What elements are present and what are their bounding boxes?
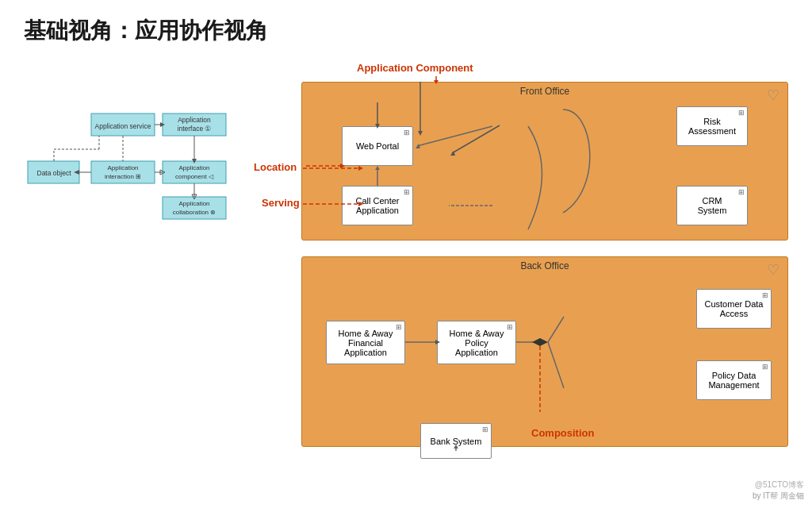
svg-text:collaboration ⊗: collaboration ⊗ bbox=[173, 209, 216, 216]
customer-data-component: Customer DataAccess bbox=[696, 289, 772, 329]
app-component-label: Application Component bbox=[357, 62, 473, 74]
svg-text:Application: Application bbox=[178, 200, 209, 207]
svg-line-43 bbox=[548, 317, 564, 342]
svg-text:Data object: Data object bbox=[37, 169, 72, 177]
risk-assessment-label: RiskAssessment bbox=[688, 117, 736, 136]
right-architecture-diagram: Application Component Location Serving F… bbox=[254, 62, 788, 483]
svg-text:interaction ⊞: interaction ⊞ bbox=[105, 173, 141, 180]
customer-data-label: Customer DataAccess bbox=[705, 299, 764, 318]
front-office-label: Front Office bbox=[302, 83, 787, 100]
composition-label: Composition bbox=[531, 427, 594, 439]
author-watermark: by IT帮 周金钿 bbox=[753, 491, 804, 502]
call-center-label: Call CenterApplication bbox=[355, 196, 399, 215]
left-legend-diagram: Application service Application interfac… bbox=[24, 110, 230, 491]
svg-line-44 bbox=[548, 342, 564, 388]
policy-data-component: Policy DataManagement bbox=[696, 360, 772, 400]
home-away-financial-component: Home & AwayFinancialApplication bbox=[326, 321, 405, 364]
front-office-box: Front Office ♡ Web Portal RiskAssessment… bbox=[301, 82, 788, 241]
svg-text:component ◁: component ◁ bbox=[175, 173, 214, 180]
back-office-box: Back Office ♡ Home & AwayFinancialApplic… bbox=[301, 256, 788, 447]
svg-text:Application: Application bbox=[178, 116, 211, 124]
content-area: Application service Application interfac… bbox=[24, 62, 788, 491]
back-office-label: Back Office bbox=[302, 257, 787, 275]
web-portal-component: Web Portal bbox=[342, 126, 413, 166]
svg-text:Application service: Application service bbox=[95, 122, 151, 130]
crm-system-label: CRMSystem bbox=[698, 196, 727, 215]
svg-marker-31 bbox=[416, 144, 420, 148]
location-pin-icon: ♡ bbox=[767, 87, 779, 104]
svg-text:interface ①: interface ① bbox=[178, 125, 212, 133]
serving-annotation: Serving bbox=[262, 197, 300, 209]
home-away-policy-component: Home & AwayPolicyApplication bbox=[437, 321, 516, 364]
call-center-component: Call CenterApplication bbox=[342, 186, 413, 225]
location-annotation: Location bbox=[254, 161, 297, 173]
policy-data-label: Policy DataManagement bbox=[708, 371, 759, 390]
home-away-financial-label: Home & AwayFinancialApplication bbox=[339, 329, 393, 357]
site-watermark: @51CTO博客 bbox=[755, 479, 804, 491]
page-title: 基础视角：应用协作视角 bbox=[24, 16, 788, 46]
svg-marker-37 bbox=[375, 166, 380, 170]
web-portal-label: Web Portal bbox=[356, 141, 399, 151]
risk-assessment-component: RiskAssessment bbox=[676, 106, 748, 146]
bank-system-component: Bank System bbox=[420, 423, 492, 459]
crm-system-component: CRMSystem bbox=[676, 186, 748, 225]
legend-svg: Application service Application interfac… bbox=[24, 110, 230, 284]
bank-system-label: Bank System bbox=[431, 437, 482, 446]
back-office-pin-icon: ♡ bbox=[767, 261, 779, 279]
svg-marker-42 bbox=[532, 338, 548, 346]
svg-text:Application: Application bbox=[178, 164, 209, 171]
svg-line-30 bbox=[417, 126, 492, 146]
page: 基础视角：应用协作视角 Application service Applicat… bbox=[0, 0, 812, 508]
home-away-policy-label: Home & AwayPolicyApplication bbox=[450, 329, 504, 357]
svg-text:Application: Application bbox=[107, 164, 138, 171]
